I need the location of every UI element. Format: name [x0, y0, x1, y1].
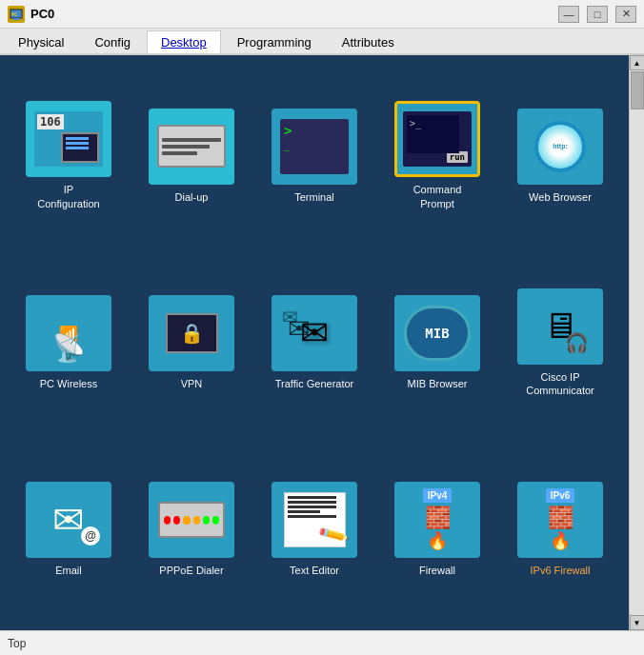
email-icon: ✉ @ — [26, 482, 111, 558]
scroll-thumb[interactable] — [631, 71, 644, 109]
ip-line-3 — [66, 147, 89, 149]
main-content: 106 IPConfiguration — [0, 55, 644, 630]
scroll-up-button[interactable]: ▲ — [630, 55, 645, 70]
email-label: Email — [55, 564, 82, 577]
firewall-art: IPv4 🧱 🔥 — [404, 491, 471, 548]
ip-line-1 — [66, 137, 89, 140]
ipv6-badge: IPv6 — [546, 488, 575, 503]
pppoe-dialer-icon — [149, 482, 234, 558]
text-line-1 — [288, 496, 336, 499]
pc-wireless-label: PC Wireless — [40, 377, 98, 390]
status-label: Top — [8, 637, 26, 650]
ipv6-firewall-label: IPv6 Firewall — [531, 564, 591, 577]
cmd-screen: >_ — [407, 115, 459, 153]
ip-num: 106 — [37, 114, 64, 129]
status-bar: Top — [0, 630, 644, 655]
text-editor-label: Text Editor — [290, 564, 339, 577]
maximize-button[interactable]: □ — [587, 6, 608, 23]
svg-rect-1 — [12, 18, 20, 20]
firewall-flame-icon: 🔥 — [427, 530, 448, 551]
web-browser-icon: http: — [517, 109, 603, 185]
text-editor-icon: ✏️ — [272, 482, 357, 558]
app-ip-configuration[interactable]: 106 IPConfiguration — [10, 65, 128, 247]
minimize-button[interactable]: — — [558, 6, 579, 23]
dial-up-art — [157, 125, 226, 168]
app-vpn[interactable]: 🔒 VPN — [132, 251, 251, 433]
pppoe-art — [158, 502, 225, 538]
text-line-3 — [288, 506, 336, 508]
firewall-icon: IPv4 🧱 🔥 — [394, 482, 480, 558]
app-pppoe-dialer[interactable]: PPPoE Dialer — [132, 439, 251, 621]
dialup-line-1 — [162, 138, 221, 142]
close-button[interactable]: ✕ — [615, 6, 636, 23]
title-bar: PC PC0 — □ ✕ — [0, 0, 644, 29]
app-icon: PC — [8, 6, 25, 23]
web-globe: http: — [534, 121, 586, 172]
svg-text:PC: PC — [11, 11, 17, 17]
scroll-track[interactable] — [630, 70, 645, 615]
pppoe-light-3 — [183, 516, 190, 525]
email-art: ✉ @ — [35, 492, 102, 547]
email-envelope-icon: ✉ — [52, 498, 85, 542]
traffic-generator-label: Traffic Generator — [275, 377, 354, 390]
app-email[interactable]: ✉ @ Email — [10, 439, 128, 621]
app-firewall[interactable]: IPv4 🧱 🔥 Firewall — [378, 439, 496, 621]
mib-text-label: MIB — [425, 326, 449, 341]
wireless-tower: 📡 — [52, 335, 86, 362]
app-traffic-generator[interactable]: ✉ ✉ ✉ Traffic Generator — [255, 251, 373, 433]
pppoe-light-2 — [173, 516, 180, 525]
dial-up-label: Dial-up — [175, 190, 209, 204]
pppoe-light-5 — [203, 516, 210, 525]
cmd-cursor: >_ — [410, 118, 421, 129]
cisco-headset-icon: 🎧 — [565, 331, 589, 354]
app-terminal[interactable]: > _ Terminal — [255, 65, 373, 247]
vpn-icon: 🔒 — [149, 295, 234, 371]
text-editor-art: ✏️ — [282, 492, 347, 547]
email-at-badge: @ — [81, 526, 100, 546]
app-dial-up[interactable]: Dial-up — [132, 65, 251, 247]
firewall-wall-icon: 🧱 — [425, 506, 451, 530]
app-ipv6-firewall[interactable]: IPv6 🧱 🔥 IPv6 Firewall — [501, 439, 619, 621]
firewall-label: Firewall — [419, 564, 455, 577]
window-controls: — □ ✕ — [558, 6, 636, 23]
vpn-lock-icon: 🔒 — [180, 322, 204, 345]
app-mib-browser[interactable]: MIB MIB Browser — [378, 251, 496, 433]
terminal-icon: > _ — [272, 109, 357, 185]
ip-configuration-icon: 106 — [26, 101, 111, 177]
vpn-art: 🔒 — [163, 307, 220, 359]
text-line-5 — [288, 515, 336, 518]
mib-art: MIB — [404, 306, 471, 361]
scrollbar[interactable]: ▲ ▼ — [629, 55, 644, 630]
title-bar-left: PC PC0 — [8, 6, 54, 23]
ipv6-firewall-flame-icon: 🔥 — [550, 530, 571, 551]
cisco-art: 🖥 🎧 — [528, 299, 593, 354]
tab-config[interactable]: Config — [80, 30, 145, 53]
app-cisco-ip-communicator[interactable]: 🖥 🎧 Cisco IPCommunicator — [501, 251, 619, 433]
dial-up-icon — [149, 109, 234, 185]
terminal-label: Terminal — [294, 190, 334, 204]
app-text-editor[interactable]: ✏️ Text Editor — [255, 439, 373, 621]
scroll-down-button[interactable]: ▼ — [630, 615, 645, 630]
tab-programming[interactable]: Programming — [223, 30, 326, 53]
tab-desktop[interactable]: Desktop — [147, 30, 221, 53]
mib-browser-label: MIB Browser — [408, 377, 468, 390]
ip-configuration-label: IPConfiguration — [37, 183, 99, 210]
app-command-prompt[interactable]: >_ run CommandPrompt — [378, 65, 496, 247]
ipv6-firewall-wall-icon: 🧱 — [548, 506, 574, 530]
ip-line-2 — [66, 142, 89, 145]
ipv6-firewall-icon: IPv6 🧱 🔥 — [517, 482, 603, 558]
app-grid: 106 IPConfiguration — [0, 55, 629, 630]
tab-attributes[interactable]: Attributes — [328, 30, 409, 53]
wireless-art: 📶 📡 — [35, 305, 102, 362]
traffic-art: ✉ ✉ ✉ — [282, 306, 347, 361]
ipv4-badge: IPv4 — [423, 488, 453, 503]
vpn-label: VPN — [181, 377, 203, 390]
ip-monitor — [61, 132, 99, 163]
cmd-art: >_ run — [403, 111, 472, 167]
ip-monitor-lines — [63, 134, 97, 154]
dialup-line-2 — [162, 145, 210, 149]
app-web-browser[interactable]: http: Web Browser — [501, 65, 619, 247]
pppoe-light-4 — [193, 516, 200, 525]
tab-physical[interactable]: Physical — [4, 30, 78, 53]
app-pc-wireless[interactable]: 📶 📡 PC Wireless — [10, 251, 128, 433]
